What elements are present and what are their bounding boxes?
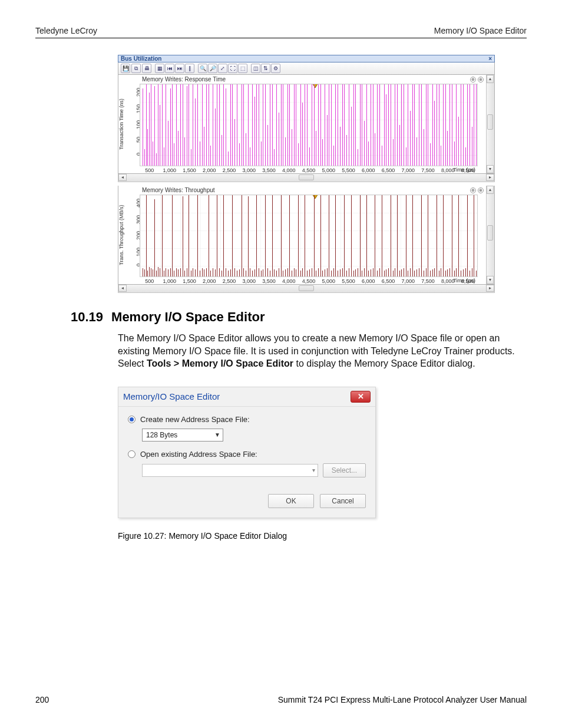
chart-vscroll[interactable]: ▴▾ — [486, 75, 494, 173]
data-spike — [272, 84, 273, 166]
zoom-out-icon[interactable]: 🔎 — [208, 64, 217, 73]
radio-open[interactable] — [128, 450, 135, 458]
data-spike — [274, 269, 275, 276]
memory-io-space-editor-dialog: Memory/IO Space Editor ✕ Create new Addr… — [118, 387, 376, 518]
close-icon[interactable]: × — [488, 55, 492, 62]
data-spike — [421, 195, 422, 276]
manual-title: Summit T24 PCI Express Multi-Lane Protoc… — [278, 695, 527, 704]
data-spike — [274, 149, 275, 166]
dialog-body: Create new Address Space File: 128 Bytes… — [118, 407, 375, 518]
select-button[interactable]: Select... — [323, 463, 366, 477]
data-spike — [217, 195, 217, 276]
data-spike — [230, 269, 231, 276]
chart-1-hscroll[interactable]: ◂ ▸ — [118, 285, 495, 293]
layout-icon[interactable]: ◫ — [251, 64, 260, 73]
scroll-down-icon[interactable]: ▾ — [487, 276, 494, 284]
plot-area[interactable] — [140, 195, 478, 277]
scroll-thumb[interactable] — [487, 225, 493, 241]
data-spike — [263, 269, 263, 276]
data-spike — [449, 84, 450, 166]
scroll-left-icon[interactable]: ◂ — [118, 285, 127, 292]
scroll-right-icon[interactable]: ▸ — [486, 285, 494, 292]
data-spike — [151, 268, 151, 276]
data-spike — [386, 94, 386, 166]
settings-icon[interactable]: ⚙ — [271, 64, 280, 73]
data-spike — [154, 86, 155, 166]
data-spike — [333, 146, 334, 166]
open-option-row[interactable]: Open existing Address Space File: — [128, 450, 366, 459]
skip-back-icon[interactable]: ⏮ — [165, 64, 174, 73]
scroll-thumb[interactable] — [299, 174, 314, 180]
close-icon[interactable]: ✕ — [351, 391, 371, 403]
data-spike — [281, 84, 282, 166]
save-icon[interactable]: 💾 — [121, 64, 130, 73]
data-spike — [351, 107, 352, 166]
data-spike — [375, 133, 375, 166]
data-spike — [209, 84, 209, 166]
file-combobox[interactable]: ▾ — [142, 464, 318, 477]
scroll-up-icon[interactable]: ▴ — [487, 75, 494, 83]
data-spike — [254, 97, 255, 166]
cancel-button[interactable]: Cancel — [320, 494, 366, 508]
scroll-down-icon[interactable]: ▾ — [487, 165, 494, 173]
data-spike — [287, 268, 288, 276]
data-spike — [430, 143, 431, 166]
data-spike — [371, 269, 371, 276]
data-spike — [340, 269, 340, 276]
data-spike — [371, 84, 371, 166]
zoom-in-icon[interactable]: 🔍 — [198, 64, 207, 73]
close-chart-icon[interactable]: ⊗ — [478, 187, 484, 193]
data-spike — [248, 196, 249, 276]
data-spike — [156, 153, 157, 166]
data-spike — [358, 149, 358, 166]
scroll-thumb[interactable] — [299, 285, 314, 291]
zoom-sel-icon[interactable]: ⤢ — [218, 64, 227, 73]
data-spike — [156, 271, 157, 276]
data-spike — [342, 84, 343, 166]
chart-vscroll[interactable]: ▴▾ — [486, 186, 494, 284]
expand-chart-icon[interactable]: ⊕ — [470, 187, 476, 193]
data-spike — [143, 88, 143, 166]
zoom-fit-icon[interactable]: ⛶ — [228, 64, 237, 73]
sort-icon[interactable]: ⇅ — [261, 64, 270, 73]
section-paragraph: The Memory I/O Space Editor allows you t… — [118, 332, 527, 370]
dialog-title: Memory/IO Space Editor — [123, 391, 220, 401]
data-spike — [305, 195, 305, 276]
para-part-b-bold: Tools > Memory I/O Space Editor — [147, 358, 293, 368]
expand-icon[interactable]: ⬚ — [238, 64, 247, 73]
data-spike — [432, 84, 433, 166]
data-spike — [377, 271, 378, 276]
data-spike — [200, 271, 200, 276]
data-spike — [331, 271, 332, 276]
print-icon[interactable]: 🖶 — [142, 64, 151, 73]
scroll-right-icon[interactable]: ▸ — [486, 174, 494, 181]
create-option-row[interactable]: Create new Address Space File: — [128, 415, 366, 424]
close-chart-icon[interactable]: ⊗ — [478, 77, 484, 83]
data-spike — [158, 84, 158, 166]
data-spike — [252, 84, 253, 166]
plot-area[interactable] — [140, 84, 478, 166]
size-combobox[interactable]: 128 Bytes ▼ — [142, 429, 223, 442]
data-spike — [307, 84, 308, 166]
data-spike — [322, 271, 323, 276]
data-spike — [162, 84, 163, 166]
data-spike — [193, 84, 193, 166]
copy-icon[interactable]: ⧉ — [131, 64, 141, 73]
columns-icon[interactable]: ‖ — [185, 64, 194, 73]
ok-button[interactable]: OK — [268, 494, 314, 508]
skip-forward-icon[interactable]: ⏭ — [175, 64, 184, 73]
data-spike — [393, 271, 394, 276]
data-spike — [426, 84, 427, 166]
scroll-left-icon[interactable]: ◂ — [118, 174, 127, 181]
data-spike — [168, 121, 168, 166]
data-spike — [366, 195, 367, 276]
scroll-up-icon[interactable]: ▴ — [487, 186, 494, 194]
data-spike — [228, 271, 229, 276]
chevron-down-icon: ▾ — [312, 467, 315, 473]
radio-create[interactable] — [128, 416, 135, 423]
grid-icon[interactable]: ▦ — [155, 64, 164, 73]
data-spike — [414, 84, 415, 166]
scroll-thumb[interactable] — [487, 114, 493, 130]
expand-chart-icon[interactable]: ⊕ — [470, 77, 476, 83]
chart-0-hscroll[interactable]: ◂ ▸ — [118, 174, 495, 182]
